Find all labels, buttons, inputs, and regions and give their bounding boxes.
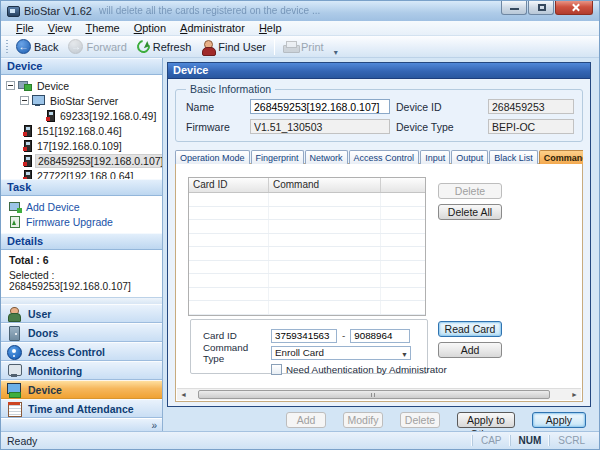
footer-modify-button: Modify — [343, 412, 383, 428]
add-device-link[interactable]: Add Device — [1, 199, 162, 214]
scrollbar-thumb[interactable] — [198, 390, 550, 399]
tree-item-17[interactable]: 17[192.168.0.109] — [1, 138, 162, 153]
device-icon — [24, 155, 32, 167]
tab-input[interactable]: Input — [420, 150, 450, 164]
empty-column-header — [381, 178, 425, 192]
panel-title: Device — [168, 63, 590, 79]
tab-command-card[interactable]: Command Card — [539, 150, 583, 164]
sidebar-splitter[interactable] — [1, 297, 162, 304]
titlebar[interactable]: BioStar V1.62 will delete all the cards … — [1, 1, 599, 21]
table-row — [189, 207, 425, 221]
sidebar: Device Device BioStar Server 69233[192.1… — [1, 58, 163, 431]
nav-access-control[interactable]: Access Control — [1, 342, 162, 361]
tree-item-device-root[interactable]: Device — [1, 78, 162, 93]
table-buttons: Delete Delete All — [438, 183, 502, 220]
menu-option[interactable]: Option — [127, 21, 173, 35]
footer-delete-button: Delete — [400, 412, 440, 428]
find-user-button[interactable]: Find User — [196, 39, 271, 55]
nav-monitoring[interactable]: Monitoring — [1, 361, 162, 380]
user-icon — [6, 307, 22, 321]
table-row — [189, 234, 425, 248]
main-area: Device Basic Information Name Device ID … — [163, 58, 599, 431]
num-lock-indicator: NUM — [510, 435, 550, 446]
sidebar-details-header: Details — [1, 233, 162, 250]
tab-access-control[interactable]: Access Control — [349, 150, 420, 164]
need-auth-label: Need Authentication by Administrator — [286, 364, 447, 375]
back-icon: ← — [16, 39, 31, 54]
firmware-upgrade-link[interactable]: Firmware Upgrade — [1, 214, 162, 229]
status-ready-text: Ready — [7, 435, 37, 447]
read-card-button[interactable]: Read Card — [438, 321, 502, 337]
forward-icon: → — [68, 39, 83, 54]
statusbar: Ready CAP NUM SCRL — [1, 431, 599, 449]
collapse-icon[interactable] — [6, 81, 15, 90]
name-field[interactable] — [250, 99, 390, 114]
card-id-label: Card ID — [203, 330, 271, 341]
monitor-icon — [6, 364, 22, 378]
command-type-select[interactable]: Enroll Card ▼ — [271, 346, 411, 360]
device-nav-icon — [6, 383, 22, 397]
card-id-input-1[interactable] — [271, 329, 337, 343]
command-card-tabpage: Card ID Command — [175, 163, 583, 402]
tab-network[interactable]: Network — [305, 150, 348, 164]
nav-user[interactable]: User — [1, 304, 162, 323]
scroll-right-icon[interactable]: ► — [568, 389, 581, 400]
menu-view[interactable]: View — [41, 21, 79, 35]
need-auth-row: Need Authentication by Administrator — [271, 361, 427, 377]
menu-theme[interactable]: Theme — [78, 21, 126, 35]
tab-black-list[interactable]: Black List — [489, 150, 538, 164]
minimize-button[interactable] — [501, 1, 527, 15]
back-button[interactable]: ← Back — [11, 38, 63, 55]
forward-button: → Forward — [63, 38, 131, 55]
chevron-down-icon: ▼ — [401, 349, 408, 361]
delete-all-button[interactable]: Delete All — [438, 204, 502, 220]
command-column-header[interactable]: Command — [269, 178, 381, 192]
table-row — [189, 288, 425, 302]
toolbar-separator — [274, 39, 275, 55]
nav-time-and-attendance[interactable]: Time and Attendance — [1, 399, 162, 418]
apply-to-others-button[interactable]: Apply to Others — [457, 412, 515, 428]
task-list: Add Device Firmware Upgrade — [1, 196, 162, 233]
collapse-icon[interactable] — [20, 96, 29, 105]
tree-item-268459253[interactable]: 268459253[192.168.0.107] — [1, 153, 162, 168]
table-row — [189, 301, 425, 315]
card-id-column-header[interactable]: Card ID — [189, 178, 269, 192]
firmware-upgrade-icon — [9, 216, 21, 227]
tab-fingerprint[interactable]: Fingerprint — [251, 150, 304, 164]
sidebar-device-header: Device — [1, 58, 162, 75]
add-device-icon — [9, 201, 21, 212]
print-button: Print — [278, 40, 329, 54]
scroll-left-icon[interactable]: ◄ — [177, 389, 190, 400]
card-id-separator: - — [342, 330, 345, 341]
menu-help[interactable]: Help — [252, 21, 289, 35]
menu-administrator[interactable]: Administrator — [173, 21, 252, 35]
tree-item-biostar-server[interactable]: BioStar Server — [1, 93, 162, 108]
close-icon — [571, 3, 580, 12]
card-id-input-2[interactable] — [350, 329, 410, 343]
need-auth-checkbox[interactable] — [271, 364, 282, 375]
tab-output[interactable]: Output — [451, 150, 488, 164]
nav-device[interactable]: Device — [1, 380, 162, 399]
tree-item-69233[interactable]: 69233[192.168.0.49] — [1, 108, 162, 123]
close-button[interactable] — [555, 1, 593, 15]
refresh-button[interactable]: Refresh — [132, 39, 197, 54]
horizontal-scrollbar[interactable]: ◄ ► — [177, 388, 581, 400]
menu-file[interactable]: File — [9, 21, 41, 35]
nav-doors[interactable]: Doors — [1, 323, 162, 342]
tree-item-151[interactable]: 151[192.168.0.46] — [1, 123, 162, 138]
toolbar: ← Back → Forward Refresh Find User Print… — [1, 36, 599, 58]
add-card-button[interactable]: Add — [438, 342, 502, 358]
details-selected: Selected : 268459253[192.168.0.107] — [9, 270, 162, 292]
refresh-icon — [134, 37, 152, 55]
tab-operation-mode[interactable]: Operation Mode — [175, 150, 250, 164]
table-header-row: Card ID Command — [189, 178, 425, 193]
command-card-table[interactable]: Card ID Command — [188, 177, 426, 316]
tree-item-27722[interactable]: 27722[192.168.0.64] — [1, 168, 162, 179]
delete-button: Delete — [438, 183, 502, 199]
nav-options-strip[interactable] — [1, 418, 162, 431]
find-user-icon — [201, 40, 215, 54]
apply-button[interactable]: Apply — [532, 412, 586, 428]
toolbar-overflow-icon[interactable]: ▾ — [331, 48, 341, 57]
maximize-button[interactable] — [528, 1, 554, 15]
minimize-icon — [510, 8, 519, 10]
